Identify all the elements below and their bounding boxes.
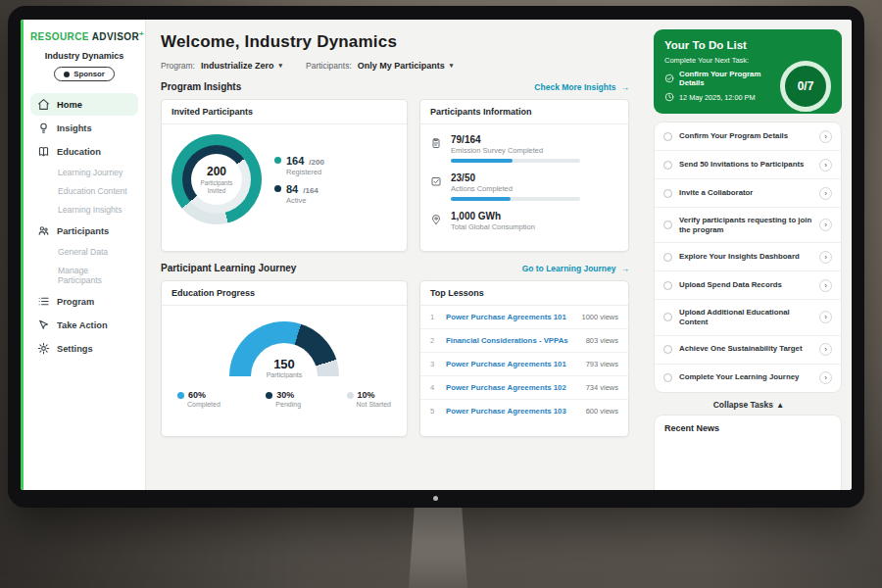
checkbox-circle-icon[interactable] bbox=[663, 373, 672, 382]
lesson-row[interactable]: 5 Power Purchase Agreements 103 600 view… bbox=[420, 400, 628, 422]
chevron-right-icon[interactable]: › bbox=[819, 159, 832, 172]
location-pin-icon bbox=[430, 211, 443, 231]
progress-bar-fill bbox=[451, 197, 511, 201]
legend-suffix: /164 bbox=[303, 186, 318, 195]
education-gauge-chart: 150 Participants bbox=[229, 321, 339, 378]
sponsor-dot-icon bbox=[64, 72, 70, 77]
legend-label: Pending bbox=[275, 401, 301, 408]
checkbox-circle-icon[interactable] bbox=[663, 345, 672, 354]
invited-legend: 164 /200 Registered 84 /164 bbox=[274, 148, 324, 212]
task-row[interactable]: Invite a Collaborator › bbox=[655, 179, 841, 208]
main-content: Welcome, Industry Dynamics Program: Indu… bbox=[146, 20, 644, 490]
participants-information-card: Participants Information 79/164 Emission… bbox=[419, 99, 629, 252]
sidebar-item-participants[interactable]: Participants bbox=[30, 220, 138, 242]
lesson-row[interactable]: 3 Power Purchase Agreements 101 793 view… bbox=[420, 353, 628, 376]
sidebar-item-insights[interactable]: Insights bbox=[30, 117, 138, 139]
sidebar-item-settings[interactable]: Settings bbox=[30, 337, 138, 360]
task-row[interactable]: Confirm Your Program Details › bbox=[655, 122, 841, 151]
cursor-action-icon bbox=[37, 318, 50, 331]
sidebar-item-label: Take Action bbox=[57, 320, 108, 330]
stat-label: Total Global Consumption bbox=[451, 222, 535, 231]
lesson-row[interactable]: 2 Financial Considerations - VPPAs 803 v… bbox=[420, 329, 628, 353]
legend-value: 60% bbox=[188, 390, 206, 400]
todo-summary-card: Your To Do List Complete Your Next Task:… bbox=[654, 29, 842, 114]
card-title: Education Progress bbox=[162, 281, 407, 306]
task-row[interactable]: Upload Spend Data Records › bbox=[655, 271, 841, 300]
lesson-rank: 5 bbox=[430, 407, 438, 416]
task-row[interactable]: Explore Your Insights Dashboard › bbox=[655, 243, 841, 271]
checkbox-circle-icon[interactable] bbox=[663, 161, 672, 170]
journey-cards-row: Education Progress 150 Participants bbox=[161, 280, 629, 437]
chevron-right-icon[interactable]: › bbox=[819, 251, 832, 264]
checkbox-circle-icon[interactable] bbox=[663, 132, 672, 141]
chevron-right-icon[interactable]: › bbox=[819, 130, 832, 143]
donut-center-value: 200 bbox=[207, 165, 226, 178]
program-filter-label: Program: bbox=[161, 61, 195, 71]
checkbox-circle-icon[interactable] bbox=[663, 313, 672, 321]
lesson-row[interactable]: 4 Power Purchase Agreements 102 734 view… bbox=[420, 376, 628, 400]
list-icon bbox=[37, 295, 50, 308]
collapse-tasks-button[interactable]: Collapse Tasks ▴ bbox=[654, 393, 842, 415]
stat-value: 23/50 bbox=[451, 172, 580, 183]
sidebar-item-manage-participants[interactable]: Manage Participants bbox=[30, 262, 138, 289]
learning-journey-header: Participant Learning Journey Go to Learn… bbox=[161, 263, 629, 273]
education-legend: 60% Completed 30% Pending 10% Not Starte… bbox=[172, 390, 397, 408]
sidebar-item-home[interactable]: Home bbox=[30, 93, 138, 116]
sidebar-item-take-action[interactable]: Take Action bbox=[30, 314, 138, 336]
sidebar-item-program[interactable]: Program bbox=[30, 290, 138, 313]
stat-global-consumption: 1,000 GWh Total Global Consumption bbox=[430, 211, 618, 231]
lesson-row[interactable]: 1 Power Purchase Agreements 101 1000 vie… bbox=[420, 306, 628, 329]
sponsor-badge: Sponsor bbox=[54, 67, 115, 81]
chevron-right-icon[interactable]: › bbox=[819, 311, 832, 323]
program-select[interactable]: Industrialize Zero ▾ bbox=[201, 61, 282, 71]
chevron-right-icon[interactable]: › bbox=[819, 187, 832, 200]
lesson-title-link[interactable]: Power Purchase Agreements 101 bbox=[446, 360, 578, 368]
go-to-learning-journey-link[interactable]: Go to Learning Journey → bbox=[522, 264, 629, 273]
sidebar-item-education[interactable]: Education bbox=[30, 140, 138, 163]
checkbox-circle-icon[interactable] bbox=[663, 220, 672, 229]
task-row[interactable]: Achieve One Sustainability Target › bbox=[655, 336, 841, 365]
todo-title: Your To Do List bbox=[664, 39, 831, 51]
chevron-right-icon[interactable]: › bbox=[819, 371, 832, 384]
lesson-title-link[interactable]: Power Purchase Agreements 101 bbox=[446, 313, 573, 321]
chevron-right-icon[interactable]: › bbox=[819, 279, 832, 292]
home-icon bbox=[37, 98, 50, 111]
checkbox-circle-icon[interactable] bbox=[663, 281, 672, 290]
checkbox-circle-icon[interactable] bbox=[663, 253, 672, 262]
task-label: Achieve One Sustainability Target bbox=[679, 344, 812, 354]
lesson-title-link[interactable]: Power Purchase Agreements 103 bbox=[446, 407, 578, 416]
gauge-center: 150 Participants bbox=[229, 358, 339, 378]
task-row[interactable]: Send 50 Invitations to Participants › bbox=[655, 151, 841, 179]
lightbulb-icon bbox=[37, 122, 50, 134]
chevron-right-icon[interactable]: › bbox=[819, 219, 832, 231]
chevron-down-icon: ▾ bbox=[450, 62, 454, 70]
donut-center-label: Participants Invited bbox=[197, 179, 236, 195]
sidebar-nav: Home Insights Education Learning Journey… bbox=[30, 93, 138, 360]
sidebar-item-learning-insights[interactable]: Learning Insights bbox=[30, 201, 138, 219]
participants-select[interactable]: Only My Participants ▾ bbox=[358, 61, 454, 71]
education-progress-card: Education Progress 150 Participants bbox=[161, 280, 408, 437]
card-title: Participants Information bbox=[420, 100, 628, 124]
stat-emission-survey: 79/164 Emission Survey Completed bbox=[430, 134, 618, 163]
chevron-right-icon[interactable]: › bbox=[819, 343, 832, 356]
task-row[interactable]: Upload Additional Educational Content › bbox=[655, 300, 841, 335]
participants-select-value: Only My Participants bbox=[358, 61, 445, 71]
todo-next-task-label: Confirm Your Program Details bbox=[679, 70, 788, 87]
task-label: Confirm Your Program Details bbox=[679, 131, 812, 141]
card-title: Invited Participants bbox=[162, 100, 407, 124]
checkbox-circle-icon[interactable] bbox=[663, 189, 672, 198]
sidebar-item-general-data[interactable]: General Data bbox=[30, 243, 138, 261]
lesson-views: 1000 views bbox=[581, 313, 618, 321]
check-more-insights-link[interactable]: Check More Insights → bbox=[534, 82, 629, 92]
sidebar-item-learning-journey[interactable]: Learning Journey bbox=[30, 164, 138, 181]
task-row[interactable]: Verify participants requesting to join t… bbox=[655, 208, 841, 243]
gear-icon bbox=[37, 342, 50, 355]
task-label: Verify participants requesting to join t… bbox=[679, 216, 812, 235]
legend-label: Active bbox=[286, 196, 324, 205]
task-row[interactable]: Complete Your Learning Journey › bbox=[655, 365, 841, 392]
legend-value: 164 bbox=[286, 155, 304, 167]
lesson-title-link[interactable]: Power Purchase Agreements 102 bbox=[446, 383, 578, 392]
sidebar-item-education-content[interactable]: Education Content bbox=[30, 182, 138, 200]
todo-progress-ring: 0/7 bbox=[780, 61, 831, 112]
lesson-title-link[interactable]: Financial Considerations - VPPAs bbox=[446, 336, 578, 345]
